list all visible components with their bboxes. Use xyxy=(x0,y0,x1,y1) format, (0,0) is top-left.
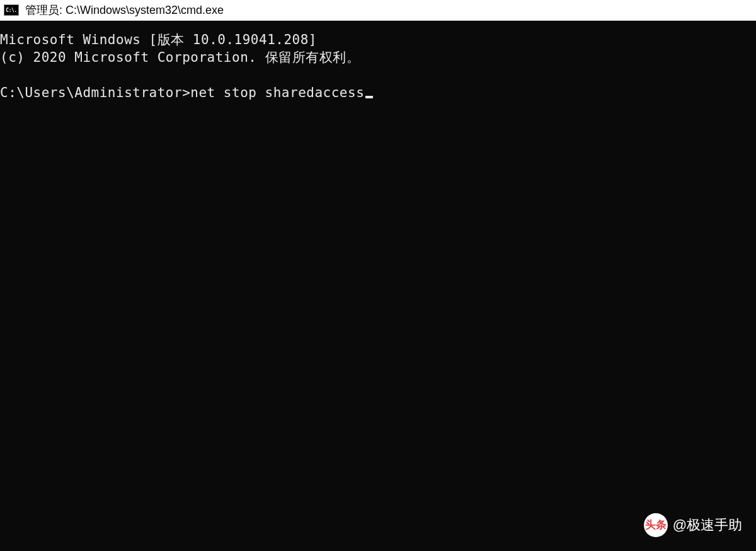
terminal-blank-line xyxy=(0,66,756,84)
terminal-cursor xyxy=(365,96,373,98)
watermark-logo-text: 头条 xyxy=(645,519,667,530)
window-title-bar[interactable]: C:\. 管理员: C:\Windows\system32\cmd.exe xyxy=(0,0,756,21)
cmd-icon-label: C:\. xyxy=(6,8,16,13)
watermark-logo-icon: 头条 xyxy=(644,513,668,537)
terminal-output-line: Microsoft Windows [版本 10.0.19041.208] xyxy=(0,31,756,49)
watermark-label: @极速手助 xyxy=(673,516,742,535)
terminal-prompt-line: C:\Users\Administrator>net stop sharedac… xyxy=(0,84,756,102)
terminal-command-input[interactable]: net stop sharedaccess xyxy=(190,84,364,102)
terminal-prompt: C:\Users\Administrator> xyxy=(0,84,190,102)
window-title: 管理员: C:\Windows\system32\cmd.exe xyxy=(25,3,224,18)
terminal-content[interactable]: Microsoft Windows [版本 10.0.19041.208] (c… xyxy=(0,21,756,551)
watermark: 头条 @极速手助 xyxy=(644,513,742,537)
terminal-output-line: (c) 2020 Microsoft Corporation. 保留所有权利。 xyxy=(0,49,756,66)
cmd-icon: C:\. xyxy=(4,4,19,16)
